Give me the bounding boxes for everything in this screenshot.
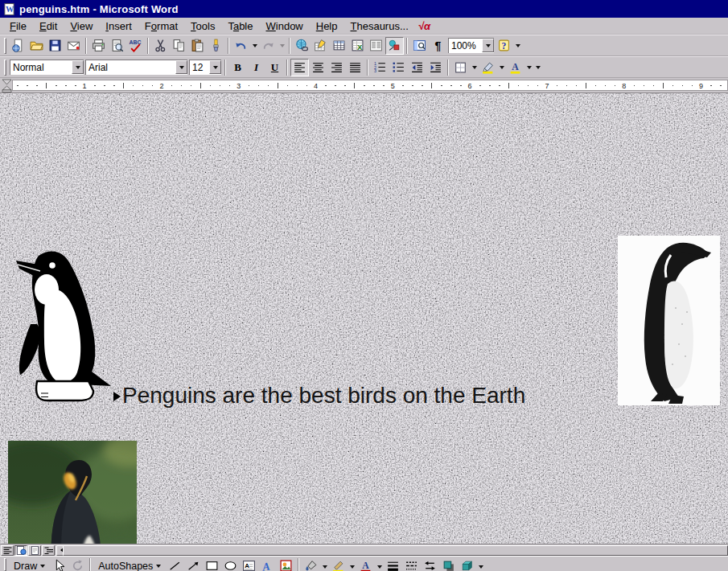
menu-item-table[interactable]: Table	[221, 18, 259, 34]
document-canvas[interactable]: Penguins are the best birds on the Earth	[0, 93, 728, 544]
cut-button[interactable]	[151, 37, 170, 55]
show-hide-paragraph-button[interactable]: ¶	[429, 37, 447, 55]
toolbar-move-handle[interactable]	[4, 38, 6, 54]
undo-button[interactable]	[232, 37, 250, 55]
wordart-button[interactable]: A	[258, 558, 277, 571]
copy-button[interactable]	[170, 37, 188, 55]
line-style-button[interactable]	[384, 558, 402, 571]
highlight-dropdown-button[interactable]	[497, 59, 506, 76]
menu-item-window[interactable]: Window	[260, 18, 310, 34]
undo-dropdown-button[interactable]	[250, 37, 259, 55]
drawing-font-color-button[interactable]: A	[356, 558, 375, 571]
arrow-style-button[interactable]	[421, 558, 439, 571]
paste-button[interactable]	[188, 37, 207, 55]
toolbar-move-handle[interactable]	[4, 558, 6, 571]
text-box-button[interactable]: A	[240, 558, 258, 571]
format-painter-button[interactable]	[207, 37, 225, 55]
insert-excel-worksheet-button[interactable]: X	[348, 37, 367, 55]
columns-button[interactable]	[367, 37, 385, 55]
font-combo[interactable]: Arial	[85, 60, 187, 75]
equation-editor-menu-icon[interactable]: √α	[415, 20, 434, 32]
penguin-clipart-image[interactable]	[14, 248, 115, 409]
redo-dropdown-button[interactable]	[278, 37, 286, 55]
new-web-page-button[interactable]	[9, 37, 27, 55]
drawing-toolbar-toggle-button[interactable]	[385, 37, 404, 55]
font-color-dropdown-button[interactable]	[524, 59, 533, 76]
three-d-button[interactable]	[458, 558, 476, 571]
zoom-dropdown-button[interactable]	[482, 39, 494, 52]
indent-markers[interactable]	[2, 79, 12, 92]
increase-indent-button[interactable]	[426, 59, 445, 76]
numbering-button[interactable]: 1 2 3	[371, 59, 389, 76]
insert-clipart-button[interactable]	[277, 558, 295, 571]
font-size-dropdown-button[interactable]	[209, 60, 221, 74]
document-map-button[interactable]	[410, 37, 429, 55]
style-dropdown-button[interactable]	[72, 60, 84, 74]
menu-item-format[interactable]: Format	[138, 18, 184, 34]
draw-menu-button[interactable]: Draw	[9, 558, 50, 571]
menu-item-thesaurus[interactable]: Thesaurus...	[344, 18, 415, 34]
bold-button[interactable]: B	[228, 59, 247, 76]
penguin-engraving-image[interactable]	[618, 236, 720, 405]
spelling-button[interactable]: ABC	[126, 37, 145, 55]
menu-item-insert[interactable]: Insert	[99, 18, 138, 34]
decrease-indent-button[interactable]	[408, 59, 426, 76]
borders-dropdown-button[interactable]	[470, 59, 479, 76]
insert-hyperlink-button[interactable]	[293, 37, 311, 55]
redo-button[interactable]	[259, 37, 278, 55]
style-combo[interactable]: Normal	[10, 60, 84, 75]
toolbar-options-button[interactable]	[513, 37, 522, 55]
bullets-button[interactable]	[389, 59, 408, 76]
borders-button[interactable]	[451, 59, 470, 76]
menu-item-file[interactable]: File	[3, 18, 33, 34]
align-left-button[interactable]	[290, 59, 309, 76]
line-tool-button[interactable]	[166, 558, 184, 571]
dash-style-button[interactable]	[402, 558, 421, 571]
font-color-button[interactable]: A	[506, 59, 524, 76]
fill-color-button[interactable]	[302, 558, 320, 571]
align-center-button[interactable]	[309, 59, 327, 76]
font-dropdown-button[interactable]	[175, 60, 187, 74]
toolbar-move-handle[interactable]	[4, 60, 6, 76]
mail-button[interactable]	[64, 37, 83, 55]
oval-tool-button[interactable]	[221, 558, 240, 571]
arrow-tool-button[interactable]	[184, 558, 203, 571]
align-right-button[interactable]	[327, 59, 346, 76]
line-color-button[interactable]	[329, 558, 348, 571]
justify-button[interactable]	[346, 59, 364, 76]
toolbar-options-button[interactable]	[476, 558, 485, 571]
autoshapes-menu-button[interactable]: AutoShapes	[93, 558, 166, 571]
outline-view-button[interactable]	[42, 545, 55, 556]
ruler[interactable]: 123456789	[0, 78, 728, 93]
tables-and-borders-button[interactable]	[311, 37, 330, 55]
highlight-button[interactable]	[479, 59, 497, 76]
menu-item-view[interactable]: View	[64, 18, 99, 34]
normal-view-button[interactable]	[1, 545, 14, 556]
drawing-font-color-dropdown-button[interactable]	[375, 558, 384, 571]
title-bar[interactable]: W penguins.htm - Microsoft Word	[0, 0, 728, 18]
horizontal-scrollbar-thumb[interactable]	[63, 545, 728, 556]
penguin-photo-image[interactable]	[8, 441, 137, 544]
save-button[interactable]	[46, 37, 64, 55]
help-button[interactable]: ?	[495, 37, 513, 55]
print-preview-button[interactable]	[108, 37, 126, 55]
rectangle-tool-button[interactable]	[203, 558, 221, 571]
insert-table-button[interactable]	[330, 37, 348, 55]
menu-item-tools[interactable]: Tools	[184, 18, 221, 34]
italic-button[interactable]: I	[247, 59, 265, 76]
fill-color-dropdown-button[interactable]	[320, 558, 329, 571]
open-button[interactable]	[27, 37, 46, 55]
document-heading[interactable]: Penguins are the best birds on the Earth	[122, 383, 525, 409]
font-size-combo[interactable]: 12	[189, 60, 221, 75]
menu-item-help[interactable]: Help	[310, 18, 344, 34]
shadow-button[interactable]	[439, 558, 458, 571]
underline-button[interactable]: U	[265, 59, 284, 76]
select-objects-button[interactable]	[50, 558, 68, 571]
toolbar-options-button[interactable]	[533, 59, 542, 76]
web-layout-view-button[interactable]	[14, 545, 27, 556]
print-layout-view-button[interactable]	[28, 545, 41, 556]
print-button[interactable]	[89, 37, 108, 55]
line-color-dropdown-button[interactable]	[348, 558, 356, 571]
menu-item-edit[interactable]: Edit	[33, 18, 64, 34]
free-rotate-button[interactable]	[68, 558, 87, 571]
